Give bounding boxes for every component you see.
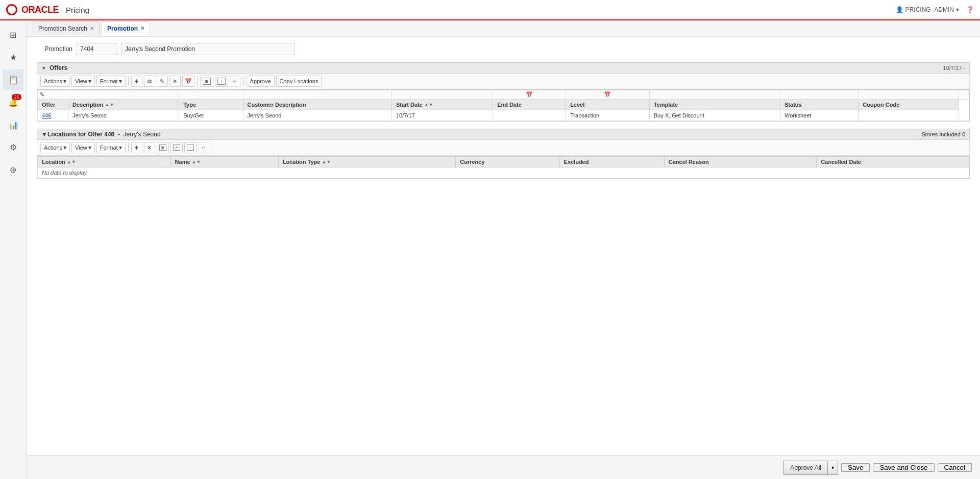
locations-section: ▼ Locations for Offer 446 - Jerry's Seon… — [37, 129, 970, 179]
locations-header-row: Location ▲▼ Name ▲▼ — [38, 157, 969, 167]
loc-export-icon: ↗ — [173, 145, 180, 151]
promotion-field-label: Promotion — [37, 45, 72, 53]
save-button[interactable]: Save — [841, 463, 870, 472]
help-icon[interactable]: ❓ — [966, 6, 974, 13]
loc-upload-icon: ↑ — [187, 145, 194, 151]
sidebar-item-grid[interactable]: ⊞ — [3, 25, 23, 45]
calendar-icon: 📅 — [185, 78, 192, 85]
locations-delete-button[interactable]: ✕ — [144, 142, 155, 153]
offer-id-cell: 446 — [38, 110, 68, 121]
tab-promotion[interactable]: Promotion ✕ — [102, 21, 150, 36]
oracle-ring-icon — [6, 4, 17, 15]
offers-duplicate-button[interactable]: ⧉ — [144, 76, 155, 87]
location-sort-icon[interactable]: ▲▼ — [67, 159, 76, 164]
sidebar: ⊞ ★ 📋 🔔 25 📊 ⚙ ⊕ — [0, 20, 27, 479]
locations-export-button[interactable]: ↗ — [170, 142, 183, 153]
end-date-calendar-icon[interactable]: 📅 — [604, 91, 611, 98]
col-type-header: Type — [179, 100, 243, 110]
col-end-date-header: End Date — [493, 100, 566, 110]
offers-add-button[interactable]: + — [131, 76, 142, 87]
start-date-sort-icon[interactable]: ▲▼ — [424, 102, 433, 107]
offer-template-cell: Buy X, Get Discount — [649, 110, 780, 121]
sidebar-item-settings[interactable]: ⚙ — [3, 137, 23, 157]
offers-upload-button[interactable]: ↑ — [215, 76, 228, 87]
col-currency-header: Currency — [456, 157, 559, 167]
main-layout: ⊞ ★ 📋 🔔 25 📊 ⚙ ⊕ Promotion Search ✕ Prom… — [0, 20, 980, 479]
offers-format-chevron: ▾ — [119, 78, 122, 85]
offers-calendar-button[interactable]: 📅 — [182, 76, 194, 87]
sidebar-item-star[interactable]: ★ — [3, 47, 23, 67]
clipboard-icon: 📋 — [8, 75, 18, 85]
locations-actions-button[interactable]: Actions ▾ — [40, 142, 70, 153]
locations-grid-button[interactable]: ⊞ — [157, 142, 169, 153]
content-area: Promotion Search ✕ Promotion ✕ Promotion… — [27, 20, 980, 479]
tab-promotion-close[interactable]: ✕ — [140, 26, 144, 31]
offers-copy-locations-button[interactable]: Copy Locations — [276, 76, 322, 87]
locations-arrow-button[interactable]: ↵ — [198, 142, 209, 153]
tab-promotion-search[interactable]: Promotion Search ✕ — [33, 21, 100, 36]
locations-format-label: Format — [100, 145, 118, 151]
offers-export-button[interactable]: ⊞ — [200, 76, 213, 87]
offers-edit-button[interactable]: ✎ — [157, 76, 168, 87]
offers-section-title: Offers — [50, 64, 67, 71]
offers-header-row: Offer Description ▲▼ Type — [38, 100, 969, 110]
user-icon: 👤 — [896, 6, 903, 13]
offers-approve-button[interactable]: Approve — [247, 76, 275, 87]
tab-promotion-search-close[interactable]: ✕ — [90, 26, 94, 31]
locations-upload-button[interactable]: ↑ — [184, 142, 197, 153]
notification-badge: 25 — [12, 94, 21, 100]
locations-section-header[interactable]: ▼ Locations for Offer 446 - Jerry's Seon… — [37, 129, 970, 140]
locations-format-button[interactable]: Format ▾ — [96, 142, 126, 153]
offers-table: ✎ 📅 📅 — [37, 90, 969, 121]
approve-all-dropdown[interactable]: ▾ — [828, 461, 838, 475]
offers-toolbar: Actions ▾ View ▾ Format ▾ + ⧉ ✎ ✕ — [37, 74, 970, 89]
app-title: Pricing — [66, 6, 89, 14]
locations-view-button[interactable]: View ▾ — [71, 142, 95, 153]
collapse-icon: ▼ — [41, 65, 46, 71]
col-level-header: Level — [566, 100, 650, 110]
offers-table-wrapper: ✎ 📅 📅 — [37, 89, 970, 122]
save-and-close-button[interactable]: Save and Close — [873, 463, 934, 472]
offer-desc-cell: Jerry's Seond — [68, 110, 179, 121]
offer-start-date-cell: 10/7/17 — [391, 110, 493, 121]
offers-section-header[interactable]: ▼ Offers 10/7/17 - — [37, 62, 970, 74]
start-date-calendar-icon[interactable]: 📅 — [526, 91, 533, 98]
star-icon: ★ — [10, 53, 17, 62]
table-row: 446 Jerry's Seond Buy/Get Jerry's Seond … — [38, 110, 969, 121]
description-sort-icon[interactable]: ▲▼ — [105, 102, 114, 107]
header-right: 👤 PRICING_ADMIN ▾ ❓ — [896, 6, 974, 13]
sidebar-item-chart[interactable]: 📊 — [3, 114, 23, 135]
no-data-row: No data to display. — [38, 167, 969, 178]
offers-actions-button[interactable]: Actions ▾ — [40, 76, 70, 87]
sidebar-item-clipboard[interactable]: 📋 — [3, 69, 23, 90]
promotion-name-input[interactable] — [121, 43, 295, 55]
offers-view-button[interactable]: View ▾ — [71, 76, 95, 87]
offers-format-button[interactable]: Format ▾ — [96, 76, 126, 87]
col-description-header: Description ▲▼ — [68, 100, 179, 110]
offer-type-cell: Buy/Get — [179, 110, 243, 121]
col-template-header: Template — [649, 100, 780, 110]
locations-add-button[interactable]: + — [131, 142, 142, 153]
locations-view-label: View — [75, 145, 87, 151]
stores-included-badge: Stores Included 0 — [921, 131, 965, 137]
delete-icon: ✕ — [173, 78, 177, 85]
pencil-icon: ✎ — [160, 78, 164, 85]
offers-actions-label: Actions — [44, 78, 62, 84]
cancel-button[interactable]: Cancel — [938, 463, 972, 472]
location-type-sort-icon[interactable]: ▲▼ — [322, 159, 331, 164]
sidebar-item-add[interactable]: ⊕ — [3, 159, 23, 180]
locations-format-chevron: ▾ — [119, 144, 122, 151]
offers-delete-button[interactable]: ✕ — [169, 76, 181, 87]
offers-copy-locations-label: Copy Locations — [280, 78, 318, 84]
col-cancel-reason-header: Cancel Reason — [664, 157, 817, 167]
promotion-id-input[interactable] — [77, 43, 117, 55]
offers-actions-chevron: ▾ — [63, 78, 66, 85]
approve-all-button[interactable]: Approve All — [783, 461, 828, 475]
sidebar-item-bell[interactable]: 🔔 25 — [3, 92, 23, 112]
toolbar-sep-1 — [128, 77, 129, 86]
page-content: Promotion ▼ Offers 10/7/17 - Actions ▾ — [27, 37, 980, 479]
name-sort-icon[interactable]: ▲▼ — [192, 159, 201, 164]
user-menu[interactable]: 👤 PRICING_ADMIN ▾ — [896, 6, 959, 13]
offer-id-link[interactable]: 446 — [42, 112, 51, 118]
offers-arrow-button[interactable]: ↵ — [230, 76, 241, 87]
